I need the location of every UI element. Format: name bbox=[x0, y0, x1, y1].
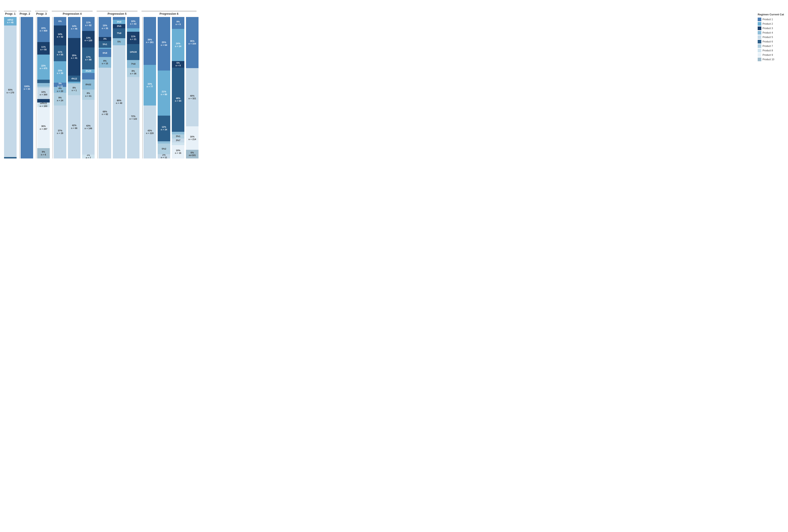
bar-segment: 9% n = 6 bbox=[37, 148, 50, 158]
segment-label: 33% n = 77 bbox=[146, 83, 153, 88]
bar-segment: 10% n = 16 bbox=[172, 145, 184, 158]
bar-segment: 8% n = 36 bbox=[127, 68, 139, 77]
legend-item: Product 6 bbox=[758, 40, 784, 43]
bar-wrap: 6%14% n = 3211% n = 5515% n = 303% n = 6… bbox=[54, 17, 66, 158]
segment-label: 3%1 bbox=[176, 135, 180, 138]
bar-segment bbox=[172, 142, 184, 145]
legend-item: Product 4 bbox=[758, 31, 784, 35]
bar-segment: 8% n = 61 bbox=[82, 90, 95, 100]
bar-segment: 80% n = 40 bbox=[113, 45, 125, 158]
legend-label: Product 2 bbox=[763, 22, 773, 25]
legend-swatch bbox=[758, 22, 761, 26]
bar-segment: 10% n = 300 bbox=[37, 88, 50, 99]
bar-wrap: 35% n = 33440% n = 32116% n = 2146% m=10… bbox=[186, 17, 198, 158]
bar-segment bbox=[113, 17, 125, 20]
segment-label: n4%11 n = 100 bbox=[40, 102, 47, 107]
bar-segment: 93% n = 170 bbox=[4, 25, 17, 157]
segment-label: 3%5 bbox=[117, 25, 121, 27]
segment-label: 11% n = 55 bbox=[40, 46, 47, 51]
bar-wrap: 14% n = 4625% n = 414%128% n = 142% n = … bbox=[68, 17, 80, 158]
bar-wrap: 39% n = 26133% n = 7743% n = 220 bbox=[143, 17, 156, 158]
legend-label: Product 5 bbox=[763, 36, 773, 39]
bar-segment bbox=[37, 83, 50, 86]
bar-wrap: 15% n = 353%5%16%88% n = 1568% n = 82 bbox=[99, 17, 111, 158]
header-row: Progr. 1Progr. 2Progr. 3Progression 4Pro… bbox=[4, 11, 753, 15]
bar-segment: 7%8 bbox=[127, 60, 139, 68]
legend-swatch bbox=[758, 18, 761, 21]
bar-segment bbox=[37, 80, 50, 83]
legend-item: Product 2 bbox=[758, 22, 784, 26]
segment-label: 8% n = 36 bbox=[130, 70, 136, 75]
bar-segment: 11% n = 55 bbox=[54, 45, 66, 61]
segment-label: 42% n = 66 bbox=[71, 124, 77, 130]
bar-segment bbox=[82, 73, 95, 79]
segment-label: 7%8 bbox=[117, 32, 121, 35]
legend-label: Product 10 bbox=[763, 58, 774, 61]
group-wrap: 100% n = 33 bbox=[21, 17, 33, 158]
bar-segment: 2% n = 11 bbox=[158, 154, 170, 158]
bar-segment: 11% n = 21 bbox=[127, 32, 139, 44]
group-separator bbox=[142, 17, 143, 158]
bar-segment: 68% n = 82 bbox=[99, 68, 111, 158]
group-header: Progr. 2 bbox=[19, 11, 31, 15]
group-header: Progr. 1 bbox=[4, 11, 17, 15]
group-separator bbox=[19, 17, 20, 158]
legend-item: Product 1 bbox=[758, 18, 784, 21]
bar-segment: 5%2 bbox=[158, 143, 170, 154]
bar-segment: 33% n = 77 bbox=[143, 65, 156, 105]
segment-label: 2% n = 11 bbox=[161, 154, 167, 158]
segment-label: 9% n = 24 bbox=[57, 96, 63, 102]
segment-label: 10% n = 16 bbox=[175, 149, 181, 154]
bar-segment: 3%5 bbox=[113, 24, 125, 28]
segment-label: 43% n = 220 bbox=[146, 130, 154, 135]
bar-segment: 3% bbox=[99, 37, 111, 41]
legend-swatch bbox=[758, 44, 761, 48]
group-separator bbox=[53, 17, 53, 158]
bar-segment: 9% n = 24 bbox=[54, 93, 66, 106]
legend-swatch bbox=[758, 26, 761, 30]
bar-segment: 22% n = 475 bbox=[37, 55, 50, 80]
bar-segment: 39% n = 261 bbox=[143, 17, 156, 65]
segment-label: 37% n = 29 bbox=[57, 130, 63, 135]
bar-segment: n6%2 n = 45 bbox=[4, 17, 17, 25]
bar-segment: 10% n = 43 bbox=[127, 17, 139, 28]
group-wrap: 22% n = 45911% n = 5522% n = 47510% n = … bbox=[37, 17, 50, 158]
bar-wrap: 10% n = 4311% n = 2114%347%88% n = 3672%… bbox=[127, 17, 139, 158]
bar-segment: 36% n = 287 bbox=[37, 107, 50, 148]
bar-segment: 9% n = 9 bbox=[172, 17, 184, 29]
segment-label: 5% n = 9 bbox=[176, 62, 180, 67]
bar-segment: 12% n = 34 bbox=[158, 116, 170, 141]
segment-label: 8% n = 1 bbox=[72, 86, 77, 92]
bar-wrap: 100% n = 33 bbox=[21, 17, 33, 158]
segment-label: 16% n = 214 bbox=[189, 135, 196, 141]
bar-segment bbox=[158, 141, 170, 143]
bar-segment: 11% n = 55 bbox=[37, 42, 50, 55]
bar-wrap: 22% n = 45911% n = 5522% n = 47510% n = … bbox=[37, 17, 50, 158]
segment-label: 10% n = 43 bbox=[130, 20, 136, 25]
bar-segment: 8% n = 1 bbox=[68, 83, 80, 95]
legend-item: Product 5 bbox=[758, 35, 784, 39]
segment-label: 3% n = 7 bbox=[86, 155, 91, 158]
segment-label: 8%52 bbox=[85, 83, 91, 86]
segment-label: 4% n = 20 bbox=[57, 87, 63, 92]
segment-label: 13% n = 120 bbox=[84, 37, 92, 42]
segment-label: 40% n = 321 bbox=[189, 95, 196, 100]
bar-segment: 4% n = 20 bbox=[54, 87, 66, 93]
segment-label: 6%8 bbox=[103, 52, 107, 54]
bar-segment: 5% bbox=[113, 38, 125, 45]
legend-swatch bbox=[758, 31, 761, 35]
group-separator bbox=[97, 17, 98, 158]
bar-segment: 100% n = 33 bbox=[21, 17, 33, 158]
chart-container: Progr. 1Progr. 2Progr. 3Progression 4Pro… bbox=[4, 11, 784, 158]
bar-segment: 4%12 bbox=[68, 76, 80, 82]
legend-swatch bbox=[758, 49, 761, 52]
legend-swatch bbox=[758, 40, 761, 43]
segment-label: 3% bbox=[103, 38, 106, 40]
bar-segment: 15% n = 30 bbox=[54, 61, 66, 83]
segment-label: 25% n = 41 bbox=[71, 54, 77, 59]
group-wrap: n6%2 n = 4593% n = 170 bbox=[4, 17, 17, 158]
segment-label: 3%7 bbox=[176, 139, 180, 142]
legend-swatch bbox=[758, 53, 761, 57]
bars-row: n6%2 n = 4593% n = 170100% n = 3322% n =… bbox=[4, 17, 753, 158]
legend-label: Product 4 bbox=[763, 31, 773, 34]
